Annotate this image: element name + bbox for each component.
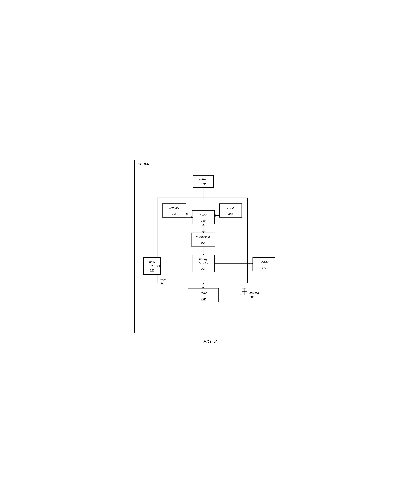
figure-label: FIG. 3: [134, 339, 286, 344]
processor-number: 302: [201, 241, 205, 244]
diagram-container: NAND 310 SOC 300 Memory 306 ROM 350: [140, 166, 280, 325]
ue-label: UE 106: [138, 162, 149, 166]
memory-label: Memory: [169, 206, 179, 209]
diagram-svg: NAND 310 SOC 300 Memory 306 ROM 350: [140, 166, 280, 325]
display-circ-label1: Display: [199, 258, 208, 261]
processor-label: Processor(s): [196, 235, 210, 238]
outer-ue-box: UE 106 NAND 310 SOC 300 Memory 306: [134, 160, 286, 333]
mmu-label: MMU: [200, 213, 207, 216]
dock-number: 320: [150, 269, 154, 272]
display-label: Display: [259, 261, 268, 264]
display-number: 340: [262, 266, 266, 269]
soc-label-text: SOC: [160, 278, 166, 282]
antenna-label: Antenna: [249, 291, 259, 294]
rom-number: 350: [228, 212, 233, 215]
antenna-circle: [239, 294, 241, 296]
mmu-number: 340: [201, 219, 205, 222]
ue-number: 106: [143, 162, 149, 166]
display-circ-label2: Circuitry: [198, 262, 208, 265]
nand-label: NAND: [199, 178, 207, 181]
page: UE 106 NAND 310 SOC 300 Memory 306: [127, 152, 293, 352]
dock-label1: Dock: [149, 261, 155, 264]
radio-number: 330: [201, 297, 206, 300]
display-circ-number: 304: [201, 267, 205, 270]
antenna-number: 335: [249, 295, 254, 298]
nand-number: 310: [201, 182, 206, 185]
rom-label: ROM: [227, 206, 234, 209]
memory-number: 306: [172, 212, 177, 215]
fig-title: FIG. 3: [203, 339, 216, 344]
svg-rect-0: [193, 175, 213, 187]
soc-label-number: 300: [160, 282, 164, 284]
ue-text: UE: [138, 162, 143, 166]
radio-label: Radio: [199, 291, 207, 294]
dock-label2: I/F: [151, 264, 154, 267]
